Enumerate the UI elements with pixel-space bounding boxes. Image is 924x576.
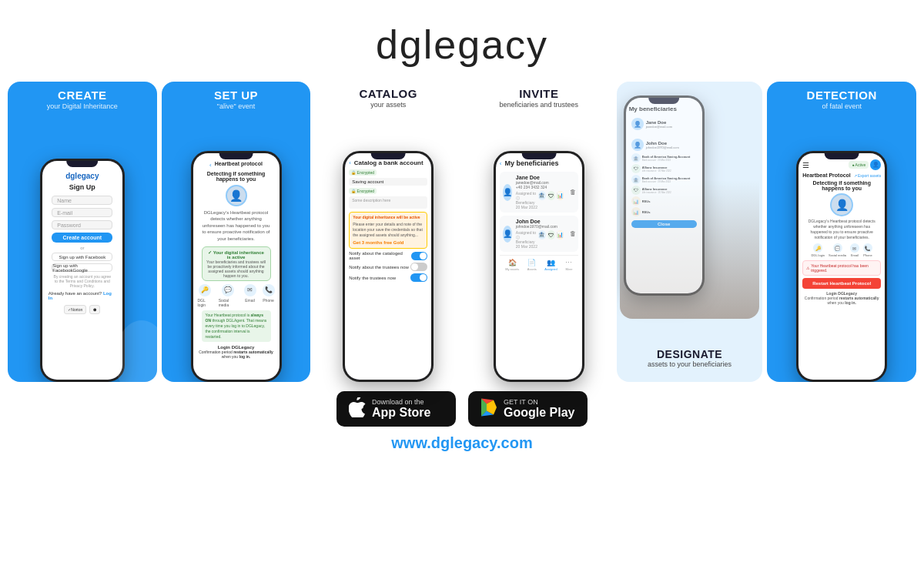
- googleplay-button[interactable]: GET IT ON Google Play: [468, 391, 588, 427]
- password-field[interactable]: Password: [52, 220, 112, 229]
- detection-subtitle: of fatal event: [822, 102, 862, 110]
- store-buttons: Download on the App Store GET IT ON Goog…: [336, 391, 588, 427]
- appstore-small: Download on the: [372, 398, 430, 406]
- app-logo: dglegacy: [0, 22, 924, 68]
- ben-date-john: 20 Mar 2022: [516, 244, 564, 249]
- appstore-button[interactable]: Download on the App Store: [336, 391, 456, 427]
- asset-dot-john-2: 🛡: [547, 230, 555, 239]
- toggle-3: Notify the trustees now: [349, 273, 427, 282]
- create-account-btn[interactable]: Create account: [52, 233, 112, 243]
- asset-icon-5: 📊: [631, 196, 641, 206]
- website-link[interactable]: www.dglegacy.com: [391, 434, 532, 452]
- login-link[interactable]: Already have an account? Log In: [49, 291, 116, 300]
- terms-text: By creating an account you agree to the …: [49, 274, 116, 288]
- asset-dot-2: 🛡: [547, 191, 555, 200]
- toggle-switch-3[interactable]: [410, 273, 427, 282]
- close-btn[interactable]: Close: [631, 220, 697, 228]
- enc-badge-1: 🔒 Encrypted: [349, 169, 377, 176]
- inherit-box: Your digital inheritance will be active …: [349, 212, 427, 249]
- hb-status: ● Active 👤: [849, 159, 881, 170]
- asset-info-6: RSUs: [642, 210, 651, 214]
- nav-ben[interactable]: 👥Assigned: [544, 259, 557, 271]
- desc-box[interactable]: Some description here: [349, 196, 427, 209]
- restart-btn[interactable]: Restart Heartbeat Protocol: [802, 278, 881, 289]
- asset-icon-1: 🏦: [631, 153, 641, 162]
- phone-catalog: ‹ Catalog a bank account 🔒 Encrypted Sav…: [343, 151, 434, 382]
- saving-field[interactable]: Saving account: [349, 178, 427, 186]
- asset-row-6: 📊 RSUs: [631, 206, 697, 217]
- field-row-2: 🔒 Encrypted: [349, 188, 427, 194]
- asset-info-1: Bank of America Saving Account Bank acco…: [642, 155, 691, 162]
- designate-label: DESIGNATE assets to your beneficiaries: [617, 349, 763, 373]
- invite-nav: ‹ My beneficiaries: [500, 159, 578, 167]
- asset-row-1: 🏦 Bank of America Saving Account Bank ac…: [631, 152, 697, 163]
- asset-dot-john-3: 📊: [557, 230, 564, 239]
- alert-icon: ⚠: [806, 266, 809, 270]
- screen2-content: ‹ Heartbeat protocol Detecting if someth…: [193, 153, 280, 363]
- setup-title: SET UP: [214, 89, 258, 102]
- screen5-jane-row: 👤 Jane Doe janedoe@mail.com: [631, 118, 697, 130]
- active-badge: ✓ Your digital inheritance is active You…: [202, 246, 271, 281]
- toggle-1: Notify about the cataloged asset: [349, 251, 427, 260]
- screen-catalog: ‹ Catalog a bank account 🔒 Encrypted Sav…: [345, 153, 431, 380]
- info-box: Your Heartbeat protocol is always ON thr…: [202, 310, 271, 342]
- edit-icon-jane[interactable]: ✎: [581, 187, 581, 198]
- nav-home[interactable]: 🏠My assets: [505, 259, 519, 271]
- designate-top: My beneficiaries 👤 Jane Doe janedoe@mail…: [620, 88, 760, 319]
- setup-phone-wrap: ‹ Heartbeat protocol Detecting if someth…: [191, 115, 282, 383]
- asset-row-4: 🛡 Allianz Insurance Life insurance · 20 …: [631, 185, 697, 196]
- actions-jane: 🗑 ✎ 👁: [567, 187, 581, 198]
- overlap-phones: My beneficiaries 👤 Jane Doe janedoe@mail…: [620, 88, 760, 319]
- create-section: CREATE your Digital Inheritance dglegacy…: [8, 82, 157, 382]
- facebook-btn[interactable]: Sign up with Facebook: [52, 253, 112, 261]
- email-john: johndoe1970@mail.com: [516, 224, 564, 229]
- screen5-john-row: 👤 John Doe johndoe1970@mail.com: [631, 139, 697, 151]
- screen3-content: ‹ Catalog a bank account 🔒 Encrypted Sav…: [345, 153, 431, 287]
- asset-info-5: RSUs: [642, 199, 651, 203]
- notch3: [371, 153, 406, 159]
- nav-more[interactable]: ⋯More: [565, 259, 572, 271]
- invite-subtitle: beneficiaries and trustees: [500, 101, 579, 109]
- login-footer2: Login DGLegacyConfirmation period restar…: [198, 345, 275, 359]
- email-icon: ✉: [244, 284, 256, 296]
- bottom-section: Download on the App Store GET IT ON Goog…: [0, 382, 924, 458]
- nav-assets[interactable]: 📄Assets: [527, 259, 537, 271]
- screen5-jane-info: Jane Doe janedoe@mail.com: [646, 120, 672, 129]
- export-link[interactable]: ↗ Export assets: [854, 173, 882, 178]
- catalog-back[interactable]: ‹: [349, 159, 351, 166]
- screen2-nav: ‹ Heartbeat protocol: [209, 161, 263, 169]
- info-jane: Jane Doe janedoe@mail.com +40 234 3432 3…: [516, 175, 564, 209]
- info-john: John Doe johndoe1970@mail.com Assigned t…: [516, 219, 564, 249]
- setup-section: SET UP "alive" event ‹ Heartbeat protoco…: [162, 82, 311, 382]
- create-title: CREATE: [58, 89, 107, 102]
- toggle-switch-1[interactable]: [411, 252, 427, 260]
- edit-icon-john[interactable]: ✎: [581, 229, 581, 239]
- hb-active-badge: ● Active: [849, 161, 869, 169]
- hb-proto-title: Heartbeat Protocol: [802, 172, 851, 178]
- det-icon-phone: 📞Phone: [863, 243, 872, 257]
- asset-name-6: RSUs: [642, 210, 651, 214]
- catalog-screen-title: Catalog a bank account: [354, 159, 424, 166]
- screen1-logo: dglegacy: [65, 172, 99, 180]
- delete-icon-jane[interactable]: 🗑: [567, 187, 578, 198]
- norton-badge: ✓Norton: [64, 305, 86, 314]
- email-field[interactable]: E-mail: [52, 208, 112, 217]
- notch4: [521, 153, 556, 159]
- asset-name-3: Bank of America Saving Account: [642, 176, 691, 180]
- person-card-john: 👤 John Doe johndoe1970@mail.com Assigned…: [500, 216, 578, 252]
- invite-back[interactable]: ‹: [500, 160, 502, 167]
- asset-name-4: Allianz Insurance: [642, 187, 671, 191]
- google-btn[interactable]: Sign up with FacebookGoogle: [52, 263, 112, 272]
- asset-type-3: Bank account · 20 Mar 2022: [642, 180, 691, 183]
- name-field[interactable]: Name: [52, 196, 112, 205]
- googleplay-large: Google Play: [504, 406, 574, 420]
- toggle-switch-2[interactable]: [410, 263, 427, 271]
- screen-designate-back: My beneficiaries 👤 Jane Doe janedoe@mail…: [626, 98, 702, 293]
- delete-icon-john[interactable]: 🗑: [567, 229, 578, 239]
- alert-text: Your Heartbeat protocol has been trigger…: [811, 263, 877, 273]
- invite-section: INVITE beneficiaries and trustees ‹ My b…: [466, 82, 612, 382]
- screen5-john-email: johndoe1970@mail.com: [646, 146, 679, 149]
- menu-icon[interactable]: ☰: [802, 161, 809, 169]
- assigned-label-jane: Assigned to ⓘ: [516, 191, 537, 200]
- hb-title: Heartbeat protocol: [215, 161, 263, 166]
